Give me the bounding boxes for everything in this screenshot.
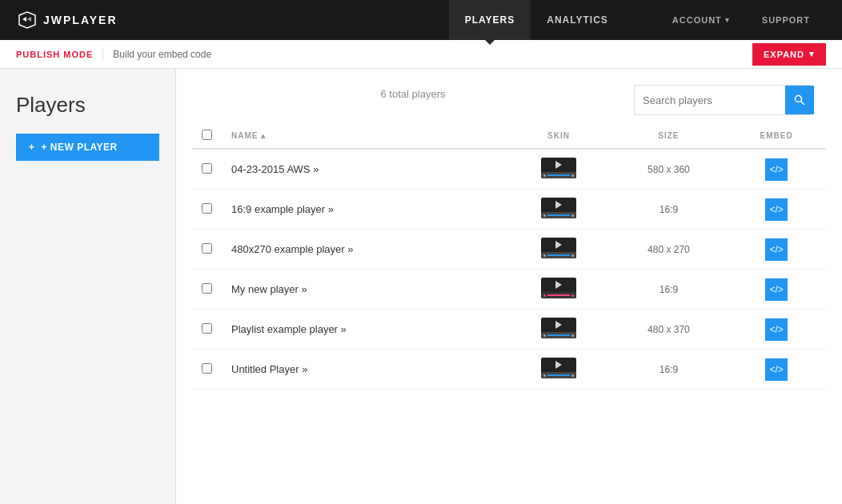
logo-text: JWPLAYER xyxy=(43,14,118,26)
player-embed-cell: </> xyxy=(727,190,826,230)
player-size-cell: 480 x 270 xyxy=(611,230,728,270)
search-input[interactable] xyxy=(635,88,785,113)
table-row: 16:9 example player » 16:9</> xyxy=(192,190,826,230)
player-name-cell[interactable]: 16:9 example player » xyxy=(222,190,507,230)
main-content: Players + + NEW PLAYER 6 total players xyxy=(0,69,842,504)
player-skin-cell xyxy=(507,350,610,390)
embed-button[interactable]: </> xyxy=(765,318,788,341)
player-skin-cell xyxy=(507,149,610,190)
row-checkbox[interactable] xyxy=(202,163,212,174)
plus-icon: + xyxy=(29,142,35,153)
players-table: NAME ▴ SKIN SIZE EMBED 04-23-2 xyxy=(192,123,826,390)
row-checkbox[interactable] xyxy=(202,283,212,294)
embed-button[interactable]: </> xyxy=(765,238,788,261)
player-name-cell[interactable]: 04-23-2015 AWS » xyxy=(222,149,507,190)
embed-button[interactable]: </> xyxy=(765,358,788,381)
search-icon xyxy=(794,94,805,106)
search-box xyxy=(634,85,810,115)
logo: JWPLAYER xyxy=(16,9,118,31)
player-name-cell[interactable]: 480x270 example player » xyxy=(222,230,507,270)
row-checkbox[interactable] xyxy=(202,363,212,374)
player-size-cell: 16:9 xyxy=(611,270,728,310)
header-right-nav: ACCOUNT ▾ SUPPORT xyxy=(656,0,826,40)
page-title: Players xyxy=(16,93,159,118)
player-size-cell: 480 x 370 xyxy=(611,310,728,350)
row-checkbox[interactable] xyxy=(202,243,212,254)
table-row: Playlist example player » 480 x 370</> xyxy=(192,310,826,350)
skin-thumbnail xyxy=(541,238,576,258)
nav-support[interactable]: SUPPORT xyxy=(746,0,826,40)
skin-thumbnail xyxy=(541,358,576,378)
sub-header: PUBLISH MODE Build your embed code EXPAN… xyxy=(0,40,842,69)
player-skin-cell xyxy=(507,230,610,270)
account-caret-icon: ▾ xyxy=(725,16,730,24)
player-skin-cell xyxy=(507,310,610,350)
player-embed-cell: </> xyxy=(727,230,826,270)
content-top-row: 6 total players xyxy=(192,85,826,115)
nav-players[interactable]: PLAYERS xyxy=(449,0,531,40)
col-checkbox xyxy=(192,123,222,149)
player-embed-cell: </> xyxy=(727,270,826,310)
expand-caret-icon: ▾ xyxy=(809,49,815,59)
total-players-label: 6 total players xyxy=(192,85,634,100)
col-embed: EMBED xyxy=(727,123,826,149)
table-row: My new player » 16:9</> xyxy=(192,270,826,310)
skin-thumbnail xyxy=(541,198,576,218)
col-skin: SKIN xyxy=(507,123,610,149)
sidebar: Players + + NEW PLAYER xyxy=(0,69,176,504)
embed-button[interactable]: </> xyxy=(765,198,788,221)
player-size-cell: 16:9 xyxy=(611,350,728,390)
table-row: Untitled Player » 16:9</> xyxy=(192,350,826,390)
player-name-cell[interactable]: My new player » xyxy=(222,270,507,310)
player-embed-cell: </> xyxy=(727,149,826,190)
sub-divider xyxy=(102,48,103,61)
select-all-checkbox[interactable] xyxy=(202,130,212,140)
sub-description: Build your embed code xyxy=(113,49,211,60)
header: JWPLAYER PLAYERS ANALYTICS ACCOUNT ▾ SUP… xyxy=(0,0,842,40)
skin-thumbnail xyxy=(541,318,576,338)
skin-thumbnail xyxy=(541,278,576,298)
nav-account[interactable]: ACCOUNT ▾ xyxy=(656,0,746,40)
row-checkbox[interactable] xyxy=(202,203,212,214)
main-nav: PLAYERS ANALYTICS xyxy=(449,0,624,40)
new-player-button[interactable]: + + NEW PLAYER xyxy=(16,134,159,161)
col-size: SIZE xyxy=(611,123,728,149)
embed-button[interactable]: </> xyxy=(765,278,788,301)
svg-point-1 xyxy=(796,96,802,102)
player-skin-cell xyxy=(507,190,610,230)
logo-icon xyxy=(16,9,38,31)
search-button[interactable] xyxy=(785,86,814,114)
search-area xyxy=(634,85,826,115)
player-size-cell: 580 x 360 xyxy=(611,149,728,190)
expand-button[interactable]: EXPAND ▾ xyxy=(752,43,826,66)
table-row: 480x270 example player » 480 x 270</> xyxy=(192,230,826,270)
skin-thumbnail xyxy=(541,158,576,178)
player-embed-cell: </> xyxy=(727,310,826,350)
row-checkbox[interactable] xyxy=(202,323,212,334)
col-name[interactable]: NAME ▴ xyxy=(222,123,507,149)
embed-button[interactable]: </> xyxy=(765,158,788,181)
player-embed-cell: </> xyxy=(727,350,826,390)
svg-line-2 xyxy=(801,102,805,106)
table-row: 04-23-2015 AWS » 580 x 360</> xyxy=(192,149,826,190)
player-name-cell[interactable]: Playlist example player » xyxy=(222,310,507,350)
player-skin-cell xyxy=(507,270,610,310)
publish-mode-label: PUBLISH MODE xyxy=(16,50,93,59)
player-name-cell[interactable]: Untitled Player » xyxy=(222,350,507,390)
nav-analytics[interactable]: ANALYTICS xyxy=(531,0,624,40)
player-size-cell: 16:9 xyxy=(611,190,728,230)
content-area: 6 total players xyxy=(176,69,842,504)
